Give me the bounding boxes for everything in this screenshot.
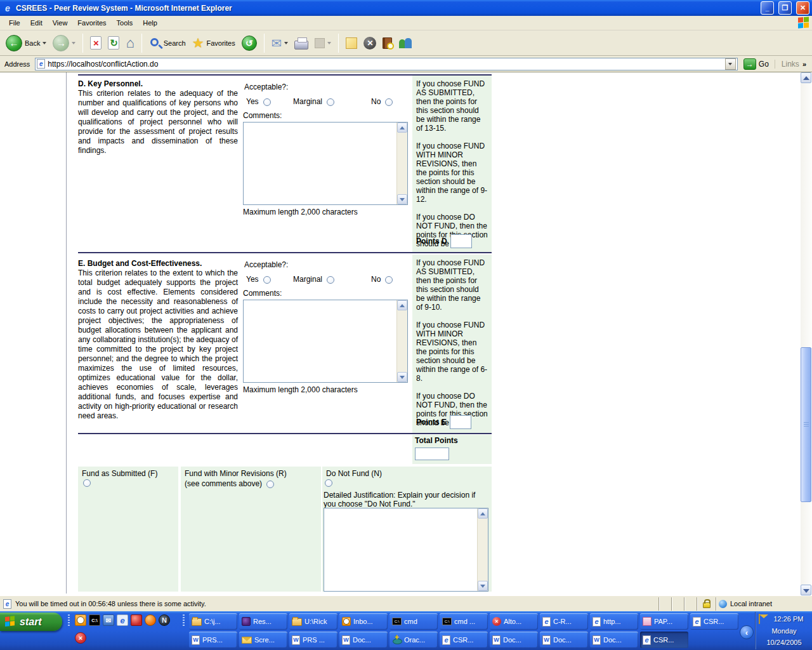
ie-window-icon: e [3, 3, 13, 13]
favorites-button[interactable]: ★ Favorites [190, 35, 237, 51]
discuss-button[interactable]: ✕ [362, 36, 378, 51]
home-button[interactable]: ⌂ [124, 35, 136, 51]
stop-button[interactable]: × [88, 35, 103, 51]
radio-no-d[interactable] [385, 98, 393, 106]
forward-button[interactable]: → [51, 34, 77, 53]
menu-favorites[interactable]: Favorites [72, 17, 111, 29]
task-button[interactable]: ×Alto... [490, 613, 538, 630]
history-button[interactable]: ↺ [240, 34, 259, 52]
menu-tools[interactable]: Tools [112, 17, 138, 29]
scroll-down-icon[interactable] [397, 372, 407, 382]
taskband-grip[interactable] [183, 614, 185, 627]
textarea-scrollbar[interactable] [396, 123, 407, 204]
address-dropdown-button[interactable] [725, 58, 736, 70]
task-button[interactable]: Scre... [239, 632, 287, 648]
radio-yes-e[interactable] [263, 276, 271, 284]
task-button[interactable]: PAP... [640, 613, 688, 630]
scroll-down-icon[interactable] [397, 194, 407, 204]
quicklaunch-outlook-express-icon[interactable]: ✉ [103, 614, 114, 626]
research-button[interactable] [381, 36, 394, 50]
task-button[interactable]: WDoc... [339, 632, 388, 648]
tray-mail-icon[interactable] [759, 614, 760, 623]
task-button[interactable]: Res... [239, 613, 287, 630]
scroll-down-icon[interactable] [478, 581, 488, 591]
address-input[interactable]: e https://localhost/conflictAction.do [35, 58, 737, 70]
task-button[interactable]: C:\j... [189, 613, 237, 630]
quicklaunch-clock-icon[interactable] [75, 614, 86, 626]
quicklaunch-grip[interactable] [68, 614, 70, 627]
quicklaunch-app-red-icon[interactable] [131, 614, 142, 626]
task-button[interactable]: C:\cmd ... [440, 613, 488, 630]
total-points-input[interactable] [415, 448, 449, 460]
minimize-button[interactable]: _ [761, 1, 774, 15]
back-button[interactable]: ← Back [4, 34, 48, 53]
task-button[interactable]: eCSR... [440, 632, 488, 648]
task-button[interactable]: ehttp... [590, 613, 638, 630]
points-e-input[interactable] [450, 415, 471, 429]
taskbar-chevron-button[interactable]: ‹ [740, 625, 754, 639]
print-button[interactable] [292, 36, 310, 51]
radio-do-not-fund[interactable] [325, 479, 332, 487]
note-button[interactable] [344, 36, 359, 50]
status-pane [658, 597, 671, 611]
scroll-up-icon[interactable] [397, 123, 407, 133]
search-button[interactable]: Search [147, 36, 188, 50]
task-button[interactable]: Orac... [390, 632, 438, 648]
scrollbar-up-icon[interactable] [801, 72, 811, 83]
task-button[interactable]: Inbo... [339, 613, 388, 630]
toolbar-separator [141, 34, 142, 53]
task-button[interactable]: U:\Rick [289, 613, 337, 630]
links-chevron-icon[interactable]: » [802, 60, 806, 68]
quicklaunch-error-x-icon[interactable]: × [75, 632, 86, 644]
ie-icon: e [693, 617, 701, 627]
scroll-up-icon[interactable] [397, 300, 407, 310]
task-button[interactable]: WPRS ... [289, 632, 337, 648]
oracle-icon [392, 635, 402, 644]
radio-marginal-d[interactable] [327, 98, 334, 106]
quicklaunch-firefox-icon[interactable] [145, 614, 156, 626]
mail-button[interactable]: ✉ [270, 36, 291, 51]
menu-file[interactable]: File [4, 17, 25, 29]
justification-textarea[interactable] [324, 508, 488, 592]
task-button[interactable]: WDoc... [490, 632, 538, 648]
back-dropdown-icon[interactable] [43, 42, 46, 44]
menu-edit[interactable]: Edit [25, 17, 48, 29]
quicklaunch-cmd-icon[interactable]: C:\ [89, 614, 100, 626]
quicklaunch-netscape-icon[interactable]: N [159, 614, 170, 626]
close-button[interactable]: ✕ [796, 1, 809, 15]
menu-view[interactable]: View [48, 17, 73, 29]
task-button[interactable]: C:\cmd [390, 613, 438, 630]
task-button[interactable]: WDoc... [590, 632, 638, 648]
task-button[interactable]: eCSR... [690, 613, 738, 630]
go-button[interactable]: → Go [740, 58, 772, 70]
radio-fund-as-submitted[interactable] [83, 479, 91, 487]
radio-yes-d[interactable] [263, 98, 271, 106]
comments-textarea-e[interactable] [243, 300, 408, 383]
radio-no-e[interactable] [385, 276, 393, 284]
links-bar[interactable]: Links » [775, 60, 810, 69]
edit-button[interactable] [313, 37, 333, 50]
messenger-button[interactable] [396, 36, 416, 51]
refresh-button[interactable]: ↻ [106, 35, 121, 51]
scrollbar-down-icon[interactable] [801, 585, 811, 595]
task-button-active[interactable]: eCSR... [640, 632, 688, 648]
textarea-scrollbar[interactable] [396, 300, 407, 382]
address-url[interactable]: https://localhost/conflictAction.do [48, 60, 722, 69]
quicklaunch-internet-explorer-icon[interactable]: e [117, 614, 128, 626]
comments-textarea-d[interactable] [243, 122, 408, 205]
textarea-scrollbar[interactable] [477, 508, 488, 591]
radio-marginal-e[interactable] [327, 276, 334, 284]
word-icon: W [492, 635, 501, 645]
restore-button[interactable]: ❐ [778, 1, 792, 15]
scrollbar-thumb[interactable] [801, 347, 811, 502]
task-button[interactable]: WPRS... [189, 632, 237, 648]
task-button[interactable]: WDoc... [540, 632, 588, 648]
radio-fund-minor-revisions[interactable] [266, 481, 274, 488]
task-button[interactable]: eC-R... [540, 613, 588, 630]
scroll-up-icon[interactable] [478, 508, 488, 519]
start-button[interactable]: start [0, 613, 62, 631]
points-d-input[interactable] [450, 234, 472, 248]
page-scrollbar[interactable] [801, 72, 812, 595]
menu-help[interactable]: Help [138, 17, 162, 29]
mail-dropdown-icon[interactable] [284, 42, 288, 44]
